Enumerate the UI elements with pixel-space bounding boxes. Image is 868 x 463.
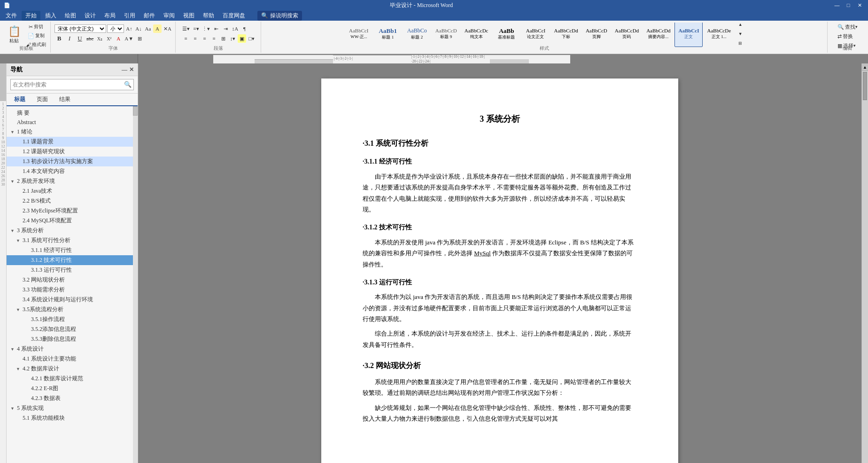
nav-tab-pages[interactable]: 页面 [33, 94, 52, 105]
nav-item-5-1[interactable]: 5.1 系统功能模块 [7, 413, 133, 423]
find-button[interactable]: 🔍 查找 ▾ [836, 23, 859, 31]
font-color-button[interactable]: A [114, 34, 123, 43]
nav-item-1-2[interactable]: 1.2 课题研究现状 [7, 147, 133, 157]
nav-item-ch3[interactable]: ▼3 系统分析 [7, 226, 133, 235]
style-h2[interactable]: AaBbCo 标题 2 [403, 23, 431, 47]
menu-baidu[interactable]: 百度网盘 [219, 11, 249, 21]
maximize-button[interactable]: □ [844, 1, 853, 9]
nav-item-4-1[interactable]: 4.1 系统设计主要功能 [7, 354, 133, 364]
char-shading-button[interactable]: A▼ [124, 34, 134, 43]
clear-format-button[interactable]: ✕A [163, 24, 172, 33]
nav-item-4-2[interactable]: ▼4.2 数据库设计 [7, 364, 133, 374]
search-commands[interactable]: 🔍 操说明搜索 [257, 11, 302, 21]
menu-insert[interactable]: 插入 [41, 11, 60, 21]
menu-view[interactable]: 视图 [179, 11, 198, 21]
nav-item-1-4[interactable]: 1.4 本文研究内容 [7, 166, 133, 176]
nav-item-3-4[interactable]: 3.4 系统设计规则与运行环境 [7, 295, 133, 305]
decrease-indent-button[interactable]: ⇤ [212, 24, 220, 33]
nav-scrollbar[interactable] [133, 106, 138, 463]
nav-item-3-2[interactable]: 3.2 网站现状分析 [7, 275, 133, 285]
menu-design[interactable]: 设计 [81, 11, 100, 21]
replace-button[interactable]: ⇄ 替换 [836, 32, 854, 40]
font-case-button[interactable]: Aa [144, 24, 152, 33]
style-abstract[interactable]: AaBbCcDd 摘要内容... [643, 23, 674, 47]
doc-scrollbar-v[interactable]: ▲ ▼ [861, 63, 868, 463]
minimize-button[interactable]: — [832, 1, 842, 9]
nav-minimize-button[interactable]: — [122, 66, 127, 73]
document-page[interactable]: 3 系统分析 ·3.1 系统可行性分析 ·3.1.1 经济可行性 由于本系统是作… [321, 78, 678, 463]
style-plain[interactable]: AaBbCcDc 纯文本 [461, 23, 492, 47]
nav-item-ch4[interactable]: ▼4 系统设计 [7, 344, 133, 354]
style-footer[interactable]: AaBbCcD 页脚 [582, 23, 611, 47]
show-hide-button[interactable]: ¶ [240, 24, 248, 33]
cut-button[interactable]: ✂ 剪切 [24, 23, 47, 31]
menu-file[interactable]: 文件 [2, 11, 21, 21]
style-h9[interactable]: AaBbCcD 标题 9 [432, 23, 460, 47]
increase-indent-button[interactable]: ⇥ [221, 24, 230, 33]
align-right-button[interactable]: ≡ [200, 34, 209, 43]
copy-button[interactable]: 📄 复制 [24, 31, 47, 40]
nav-item-3-3[interactable]: 3.3 功能需求分析 [7, 285, 133, 295]
bold-button[interactable]: B [54, 34, 64, 43]
nav-search-icon[interactable]: 🔍 [124, 81, 132, 88]
style-h1[interactable]: AaBb1 标题 1 [374, 23, 402, 47]
nav-item-abstract-cn[interactable]: 摘 要 [7, 108, 133, 118]
nav-item-3-1-2[interactable]: 3.1.2 技术可行性 [7, 255, 133, 265]
nav-item-1-3[interactable]: 1.3 初步设计方法与实施方案 [7, 157, 133, 166]
menu-mail[interactable]: 邮件 [140, 11, 159, 21]
style-base[interactable]: AaBb 基准标题 [492, 23, 520, 47]
border-button[interactable]: □▾ [247, 34, 256, 43]
nav-tab-headings[interactable]: 标题 [10, 94, 29, 106]
column-layout-button[interactable]: ⊞ [219, 34, 227, 43]
nav-item-4-2-2[interactable]: 4.2.2 E-R图 [7, 384, 133, 393]
style-normal1[interactable]: AaBbCcDe 正文 1... [704, 23, 734, 47]
list-bullet-button[interactable]: ☰▾ [181, 24, 191, 33]
italic-button[interactable]: I [65, 34, 74, 43]
font-shrink-button[interactable]: A↓ [134, 24, 143, 33]
strikethrough-button[interactable]: abc [85, 34, 94, 43]
nav-tab-results[interactable]: 结果 [55, 94, 74, 105]
nav-item-3-5-3[interactable]: 3.5.3删除信息流程 [7, 334, 133, 344]
font-dialog-button[interactable]: ⊞ [135, 34, 144, 43]
list-outline-button[interactable]: ⋮▾ [201, 24, 211, 33]
nav-item-3-5-2[interactable]: 3.5.2添加信息流程 [7, 324, 133, 334]
nav-item-1-1[interactable]: 1.1 课题背景 [7, 137, 133, 147]
nav-search-input[interactable] [13, 81, 124, 88]
nav-item-3-5[interactable]: ▼3.5系统流程分析 [7, 305, 133, 314]
document-area[interactable]: 3 系统分析 ·3.1 系统可行性分析 ·3.1.1 经济可行性 由于本系统是作… [138, 63, 861, 463]
align-center-button[interactable]: ≡ [191, 34, 199, 43]
style-ww[interactable]: AaBbCcI WW-正... [345, 23, 373, 47]
menu-references[interactable]: 引用 [120, 11, 139, 21]
nav-item-3-1[interactable]: ▼3.1 系统可行性分析 [7, 235, 133, 245]
nav-item-3-1-1[interactable]: 3.1.1 经济可行性 [7, 245, 133, 255]
nav-item-2-4[interactable]: 2.4 MySQL环境配置 [7, 216, 133, 226]
superscript-button[interactable]: X² [105, 34, 113, 43]
nav-item-3-5-1[interactable]: 3.5.1操作流程 [7, 314, 133, 324]
nav-item-ch2[interactable]: ▼2 系统开发环境 [7, 176, 133, 186]
menu-help[interactable]: 帮助 [199, 11, 218, 21]
nav-close-button[interactable]: ✕ [129, 66, 134, 73]
style-pagenum[interactable]: AaBbCcDd 页码 [612, 23, 642, 47]
menu-layout[interactable]: 布局 [101, 11, 119, 21]
nav-item-2-1[interactable]: 2.1 Java技术 [7, 186, 133, 196]
close-button[interactable]: ✕ [855, 1, 864, 9]
sort-button[interactable]: ↕A [231, 24, 239, 33]
align-left-button[interactable]: ≡ [181, 34, 190, 43]
nav-item-2-2[interactable]: 2.2 B/S模式 [7, 196, 133, 206]
nav-item-ch5[interactable]: ▼5 系统实现 [7, 403, 133, 413]
nav-item-4-2-1[interactable]: 4.2.1 数据库设计规范 [7, 374, 133, 384]
shading-button[interactable]: ▣ [238, 34, 246, 43]
nav-item-2-3[interactable]: 2.3 MyEclipse环境配置 [7, 206, 133, 216]
style-subscript[interactable]: AaBbCcDd 下标 [550, 23, 581, 47]
font-name-select[interactable]: 宋体 (中文正文) [54, 24, 106, 33]
styles-scroll-up[interactable]: ▲ [736, 23, 744, 29]
list-number-button[interactable]: ≡▾ [192, 24, 200, 33]
style-normal[interactable]: AaBbCcI 正文 [674, 23, 703, 47]
style-thesis[interactable]: AaBbCcI 论文正文 [521, 23, 550, 47]
underline-button[interactable]: U [75, 34, 85, 43]
menu-review[interactable]: 审阅 [160, 11, 178, 21]
line-spacing-button[interactable]: ↕▾ [228, 34, 237, 43]
menu-draw[interactable]: 绘图 [61, 11, 80, 21]
styles-scroll-down[interactable]: ▼ [736, 30, 744, 38]
paste-button[interactable]: 📋 粘贴 [5, 23, 23, 47]
